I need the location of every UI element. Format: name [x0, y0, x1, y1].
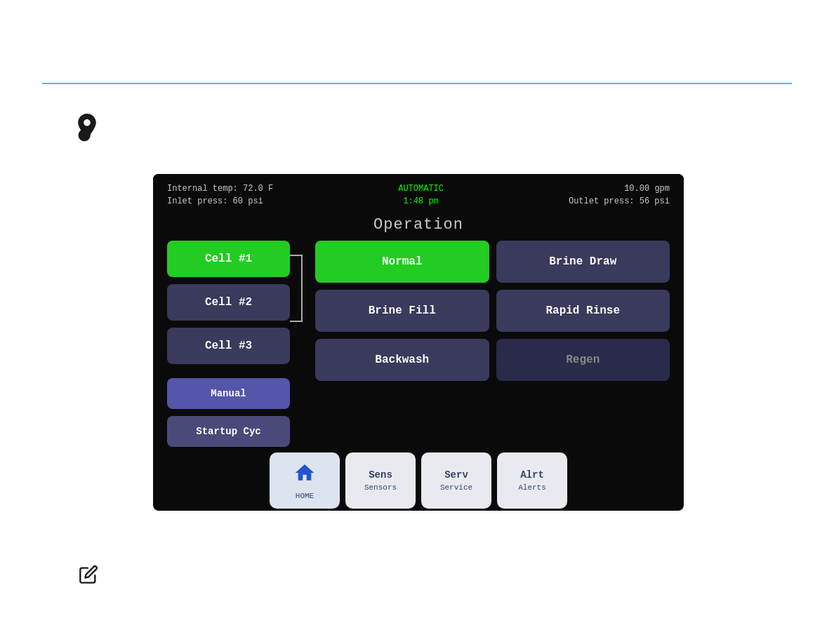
alerts-nav-button[interactable]: Alrt Alerts — [497, 452, 567, 509]
cell-2-button[interactable]: Cell #2 — [167, 284, 290, 321]
left-column: Cell #1 Cell #2 Cell #3 Manual Startup C… — [167, 241, 290, 447]
left-col-lower: Manual Startup Cyc — [167, 378, 290, 447]
ops-grid: Normal Brine Draw Brine Fill Rapid Rinse… — [315, 241, 670, 381]
alerts-label: Alerts — [518, 483, 546, 492]
inlet-press: Inlet press: 60 psi — [167, 195, 273, 208]
cell-3-button[interactable]: Cell #3 — [167, 328, 290, 364]
edit-icon[interactable] — [79, 565, 98, 589]
manual-button[interactable]: Manual — [167, 378, 290, 409]
home-nav-button[interactable]: HOME — [270, 452, 340, 509]
rapid-rinse-button[interactable]: Rapid Rinse — [496, 290, 670, 332]
brine-draw-button[interactable]: Brine Draw — [496, 241, 670, 283]
service-abbr: Serv — [444, 469, 468, 481]
startup-cyc-button[interactable]: Startup Cyc — [167, 416, 290, 447]
bracket-connector — [290, 255, 303, 322]
mode-auto: AUTOMATIC — [398, 182, 444, 195]
internal-temp: Internal temp: 72.0 F — [167, 182, 273, 195]
home-icon — [293, 462, 316, 489]
home-label: HOME — [296, 492, 314, 500]
outlet-press: Outlet press: 56 psi — [569, 195, 670, 208]
service-label: Service — [440, 483, 472, 492]
alerts-abbr: Alrt — [520, 469, 544, 481]
cell-1-button[interactable]: Cell #1 — [167, 241, 290, 277]
top-divider — [42, 83, 792, 84]
sensors-abbr: Sens — [369, 469, 392, 481]
device-screen: Internal temp: 72.0 F Inlet press: 60 ps… — [153, 174, 684, 511]
sensors-label: Sensors — [364, 483, 397, 492]
status-right: 10.00 gpm Outlet press: 56 psi — [569, 182, 670, 208]
bottom-nav: HOME Sens Sensors Serv Service Alrt Aler… — [153, 447, 684, 509]
status-bar: Internal temp: 72.0 F Inlet press: 60 ps… — [153, 174, 684, 213]
current-time: 1:48 pm — [398, 195, 444, 208]
location-pin-icon — [73, 114, 101, 150]
screen-title: Operation — [153, 213, 684, 241]
brine-fill-button[interactable]: Brine Fill — [315, 290, 489, 332]
flow-rate: 10.00 gpm — [569, 182, 670, 195]
service-nav-button[interactable]: Serv Service — [421, 452, 491, 509]
right-area: Normal Brine Draw Brine Fill Rapid Rinse… — [290, 241, 670, 447]
status-center: AUTOMATIC 1:48 pm — [398, 182, 444, 208]
status-left: Internal temp: 72.0 F Inlet press: 60 ps… — [167, 182, 273, 208]
main-content: Cell #1 Cell #2 Cell #3 Manual Startup C… — [153, 241, 684, 447]
sensors-nav-button[interactable]: Sens Sensors — [345, 452, 416, 509]
regen-button[interactable]: Regen — [496, 339, 670, 381]
normal-button[interactable]: Normal — [315, 241, 489, 283]
backwash-button[interactable]: Backwash — [315, 339, 489, 381]
